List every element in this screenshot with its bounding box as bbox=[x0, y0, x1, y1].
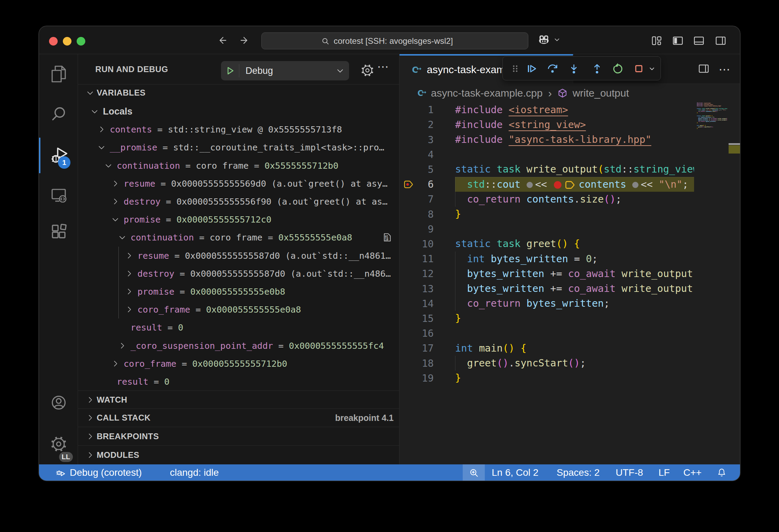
gutter-line-12[interactable]: 12 bbox=[400, 266, 434, 281]
inline-breakpoint-icon[interactable] bbox=[554, 181, 561, 189]
gutter-line-18[interactable]: 18 bbox=[400, 356, 434, 371]
variable-row-promise-10[interactable]: promise = 0x000055555555e0b8 bbox=[78, 283, 399, 301]
statusbar-notifications[interactable] bbox=[716, 464, 727, 481]
inline-breakpoint-candidate-icon[interactable] bbox=[719, 110, 720, 111]
step-over-button[interactable] bbox=[546, 62, 559, 75]
chevron-down-icon[interactable] bbox=[111, 215, 120, 224]
gutter-line-3[interactable]: 3 bbox=[400, 132, 434, 147]
chevron-down-icon[interactable] bbox=[86, 88, 95, 97]
gutter-line-9[interactable]: 9 bbox=[400, 221, 434, 236]
launch-config-select[interactable]: Debug bbox=[246, 66, 335, 76]
statusbar-cursor-position[interactable]: Ln 6, Col 2 bbox=[492, 464, 538, 481]
variable-row-promise-6[interactable]: promise = 0x00005555555712c0 bbox=[78, 210, 399, 228]
pane-header-watch[interactable]: WATCH bbox=[78, 391, 399, 408]
gutter-line-8[interactable]: 8 bbox=[400, 207, 434, 221]
minimap[interactable]: #include <iostream> #include <string_vie… bbox=[694, 102, 729, 441]
activitybar-explorer[interactable] bbox=[42, 55, 75, 94]
pane-header-breakpoints[interactable]: BREAKPOINTS bbox=[78, 427, 399, 445]
gutter-line-14[interactable]: 14 bbox=[400, 296, 434, 311]
chevron-right-icon[interactable] bbox=[86, 451, 95, 460]
chevron-right-icon[interactable] bbox=[86, 432, 95, 441]
variable-row-resume-4[interactable]: resume = 0x00005555555569d0 (a.out`greet… bbox=[78, 175, 399, 193]
chevron-right-icon[interactable] bbox=[111, 197, 120, 206]
statusbar-zoom-button[interactable] bbox=[463, 464, 485, 481]
statusbar-language-mode[interactable]: C++ bbox=[683, 464, 702, 481]
debug-toolbar[interactable] bbox=[502, 56, 661, 80]
command-center[interactable]: corotest [SSH: avogelsges-wsl2] bbox=[261, 32, 528, 49]
chevron-right-icon[interactable] bbox=[125, 269, 134, 278]
go-back-button[interactable] bbox=[217, 35, 228, 46]
gutter-line-16[interactable]: 16 bbox=[400, 326, 434, 341]
toggle-primary-sidebar-button[interactable] bbox=[672, 35, 684, 47]
chevron-down-icon[interactable] bbox=[335, 66, 345, 76]
gutter-line-13[interactable]: 13 bbox=[400, 281, 434, 296]
gutter-line-7[interactable]: 7 bbox=[400, 192, 434, 207]
restart-button[interactable] bbox=[610, 62, 624, 75]
customize-layout-button[interactable] bbox=[651, 35, 663, 47]
gutter-line-4[interactable]: 4 bbox=[400, 147, 434, 162]
statusbar-indentation[interactable]: Spaces: 2 bbox=[557, 464, 600, 481]
pane-header-modules[interactable]: MODULES bbox=[78, 445, 399, 464]
start-debug-button[interactable] bbox=[221, 66, 239, 76]
activitybar-settings[interactable]: LL bbox=[42, 425, 75, 463]
code-editor[interactable]: 1 2 3 4 5 6 7 8 9 10 11 12 13 14 15 16 1… bbox=[400, 54, 740, 464]
views-more-actions[interactable]: ⋯ bbox=[377, 60, 390, 73]
gutter-line-1[interactable]: 1 bbox=[400, 102, 434, 117]
inline-breakpoint-candidate-icon[interactable] bbox=[706, 110, 706, 111]
debug-launch-bar[interactable]: Debug bbox=[221, 61, 349, 80]
statusbar-encoding[interactable]: UTF-8 bbox=[616, 464, 643, 481]
gutter-line-10[interactable]: 10 bbox=[400, 236, 434, 251]
variable-row-promise-2[interactable]: __promise = std::__coroutine_traits_impl… bbox=[78, 138, 399, 156]
chevron-right-icon[interactable] bbox=[97, 125, 106, 134]
gutter-line-19[interactable]: 19 bbox=[400, 371, 434, 385]
activitybar-accounts[interactable] bbox=[42, 383, 75, 422]
gutter-line-11[interactable]: 11 bbox=[400, 252, 434, 266]
chevron-right-icon[interactable] bbox=[86, 395, 95, 404]
variable-row-destroy-5[interactable]: destroy = 0x0000555555556f90 (a.out`gree… bbox=[78, 193, 399, 210]
minimize-button[interactable] bbox=[63, 37, 71, 46]
gutter-line-5[interactable]: 5 bbox=[400, 162, 434, 177]
chevron-right-icon[interactable] bbox=[118, 341, 127, 350]
variable-row-result-12[interactable]: result = 0 bbox=[78, 318, 399, 336]
split-editor-button[interactable] bbox=[698, 63, 710, 76]
stop-button[interactable] bbox=[632, 62, 646, 75]
chevron-right-icon[interactable] bbox=[111, 179, 120, 188]
debug-settings-gear[interactable] bbox=[361, 64, 374, 78]
editor-more-actions[interactable]: ⋯ bbox=[719, 62, 731, 76]
toggle-secondary-sidebar-button[interactable] bbox=[715, 35, 727, 47]
continue-button[interactable] bbox=[525, 62, 538, 75]
chevron-right-icon[interactable] bbox=[125, 287, 134, 296]
variable-row-resume-8[interactable]: resume = 0x00005555555587d0 (a.out`std::… bbox=[78, 247, 399, 265]
gutter-line-17[interactable]: 17 bbox=[400, 341, 434, 356]
chevron-right-icon[interactable] bbox=[111, 359, 120, 368]
inline-breakpoint-candidate-icon[interactable] bbox=[527, 182, 533, 188]
breakpoint-current-icon[interactable] bbox=[403, 179, 413, 190]
toolbar-more-button[interactable] bbox=[647, 62, 656, 75]
go-forward-button[interactable] bbox=[239, 35, 250, 46]
chevron-right-icon[interactable] bbox=[86, 413, 95, 422]
zoom-button[interactable] bbox=[77, 37, 85, 46]
close-button[interactable] bbox=[49, 37, 58, 46]
variable-row-destroy-9[interactable]: destroy = 0x00005555555587d0 (a.out`std:… bbox=[78, 265, 399, 283]
variable-row-coro_frame-14[interactable]: coro_frame = 0x00005555555712b0 bbox=[78, 355, 399, 373]
activitybar-run-and-debug[interactable]: 1 bbox=[42, 135, 75, 174]
variable-row-contents-1[interactable]: contents = std::string_view @ 0x55555557… bbox=[78, 120, 399, 138]
toggle-panel-button[interactable] bbox=[693, 35, 705, 47]
pane-header-call-stack[interactable]: CALL STACKbreakpoint 4.1 bbox=[78, 408, 399, 427]
gutter-line-6[interactable]: 6 bbox=[400, 177, 434, 192]
file-binary-icon[interactable]: 0110 bbox=[382, 231, 392, 243]
inline-breakpoint-candidate-icon[interactable] bbox=[632, 182, 638, 188]
gutter-line-15[interactable]: 15 bbox=[400, 311, 434, 326]
statusbar-debug-target[interactable]: Debug (corotest) bbox=[55, 464, 142, 481]
activitybar-search[interactable] bbox=[42, 94, 75, 133]
chevron-down-icon[interactable] bbox=[90, 107, 99, 116]
copilot-button[interactable] bbox=[537, 33, 561, 46]
step-into-button[interactable] bbox=[567, 62, 581, 75]
gutter-line-2[interactable]: 2 bbox=[400, 117, 434, 132]
variable-row-continuation-7[interactable]: continuation = coro frame = 0x55555555e0… bbox=[78, 228, 399, 246]
variable-row-coro_frame-11[interactable]: coro_frame = 0x000055555555e0a8 bbox=[78, 301, 399, 318]
chevron-right-icon[interactable] bbox=[125, 305, 134, 314]
statusbar-clangd-status[interactable]: clangd: idle bbox=[170, 464, 219, 481]
step-out-button[interactable] bbox=[590, 62, 604, 75]
variable-row-continuation-3[interactable]: continuation = coro frame = 0x5555555712… bbox=[78, 157, 399, 175]
